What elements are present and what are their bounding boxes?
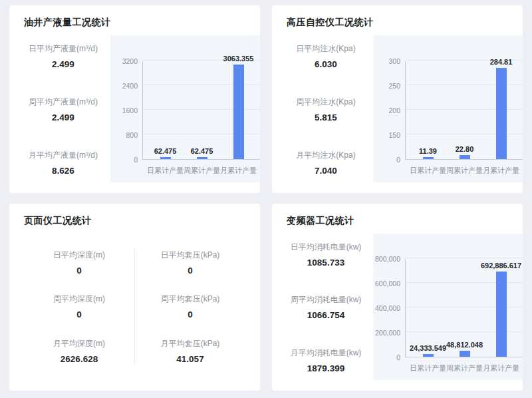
bar: [197, 157, 207, 159]
stats-column-casing-pressure: 日平均套压(kPa) 0 周平均套压(kPa) 0 月平均套压(kPa) 41.…: [135, 244, 245, 369]
bar: [460, 155, 470, 159]
bar-value-label: 692,886.617: [481, 262, 521, 270]
stat-value: 5.815: [287, 112, 365, 122]
stat-monthly-avg-injection: 月平均注水(Kpa) 7.040: [287, 150, 365, 176]
plot-area: 62.47562.4753063.355: [142, 61, 260, 160]
x-axis-category-label: 周累计产量: [446, 363, 483, 373]
stat-value: 2.499: [24, 112, 102, 122]
bar-cell: 48,812.048: [446, 259, 483, 357]
y-axis: 0800160024003200: [116, 61, 142, 160]
y-axis-tick-label: 3200: [122, 58, 138, 65]
stat-label: 周平均深度(m): [53, 294, 105, 305]
x-axis-category-label: 月累计产量: [483, 363, 519, 373]
panel-inverter: 变频器工况统计 日平均消耗电量(kw) 1085.733 周平均消耗电量(kw)…: [272, 204, 523, 391]
gridline: [406, 258, 523, 258]
stat-daily-avg-liquid: 日平均产液量(m³/d) 2.499: [24, 43, 102, 69]
bar-value-label: 3063.355: [223, 55, 254, 63]
x-axis-category-label: 月累计产量: [483, 166, 519, 176]
stat-label: 周平均产液量(m³/d): [24, 97, 102, 108]
stat-value: 0: [53, 266, 105, 276]
bar-cell: 3063.355: [220, 61, 257, 159]
stat-label: 日平均消耗电量(kw): [287, 242, 365, 253]
bar-value-label: 11.39: [419, 147, 437, 155]
bar-wrap: 284.81: [496, 68, 507, 159]
stat-value: 6.030: [287, 59, 365, 69]
stat-value: 2.499: [24, 59, 102, 69]
bar-wrap: 48,812.048: [460, 351, 470, 357]
bar-cell: 62.475: [147, 61, 184, 159]
plot-area-wrap: 62.47562.4753063.355日累计产量周累计产量月累计产量: [142, 61, 260, 176]
bar-wrap: 11.39: [423, 157, 434, 159]
plot-area-wrap: 24,333.54948,812.048692,886.617日累计产量周累计产…: [405, 259, 523, 373]
stat-label: 周平均套压(kPa): [161, 294, 220, 305]
y-axis-tick-label: 250: [388, 83, 400, 89]
stat-label: 月平均深度(m): [53, 338, 105, 349]
bar: [423, 157, 434, 159]
y-axis-tick-label: 800: [126, 132, 138, 138]
bar: [233, 65, 244, 159]
x-axis-category-label: 日累计产量: [410, 363, 446, 373]
stat-value: 1085.733: [287, 258, 365, 268]
panel-page-meter: 页面仪工况统计 日平均深度(m) 0 周平均深度(m) 0 月平均深度(m) 2…: [9, 204, 260, 391]
panel-content: 日平均注水(Kpa) 6.030 周平均注水(Kpa) 5.815 月平均注水(…: [287, 35, 508, 182]
stat-label: 月平均消耗电量(kw): [287, 347, 365, 359]
stat-daily-avg-depth: 日平均深度(m) 0: [53, 250, 105, 276]
bar-cell: 11.39: [410, 61, 446, 159]
bar-chart-oil: 080016002400320062.47562.4753063.355日累计产…: [116, 61, 260, 176]
stat-weekly-avg-liquid: 周平均产液量(m³/d) 2.499: [24, 97, 102, 122]
panel-title: 高压自控仪工况统计: [287, 17, 508, 29]
y-axis: 0200,000400,000600,000800,000: [378, 259, 405, 357]
y-axis-tick-label: 150: [388, 132, 400, 138]
y-axis-tick-label: 0: [134, 156, 138, 163]
stat-value: 1066.754: [287, 310, 365, 320]
bar-cell: 62.475: [184, 61, 220, 159]
panel-content: 日平均产液量(m³/d) 2.499 周平均产液量(m³/d) 2.499 月平…: [24, 35, 245, 182]
stat-label: 周平均消耗电量(kw): [287, 294, 365, 305]
bar-wrap: 24,333.549: [423, 354, 434, 357]
y-axis-tick-label: 200,000: [375, 329, 400, 336]
stat-value: 8.626: [24, 166, 102, 176]
bar-wrap: 692,886.617: [496, 272, 507, 357]
stat-value: 2626.628: [53, 354, 105, 364]
panel-title: 变频器工况统计: [287, 215, 508, 227]
y-axis-tick-label: 2400: [122, 83, 138, 89]
bar: [496, 272, 507, 357]
stat-value: 41.057: [161, 354, 220, 364]
panel-content: 日平均深度(m) 0 周平均深度(m) 0 月平均深度(m) 2626.628 …: [24, 235, 245, 381]
y-axis-tick-label: 1600: [122, 107, 138, 114]
stat-weekly-avg-injection: 周平均注水(Kpa) 5.815: [287, 97, 365, 122]
stat-daily-avg-power: 日平均消耗电量(kw) 1085.733: [287, 242, 365, 268]
stat-label: 月平均产液量(m³/d): [24, 150, 102, 161]
x-axis: 日累计产量周累计产量月累计产量: [406, 357, 523, 373]
stat-label: 日平均注水(Kpa): [287, 43, 365, 55]
y-axis-tick-label: 400,000: [375, 305, 400, 311]
chart-box-inverter: 0200,000400,000600,000800,00024,333.5494…: [373, 234, 523, 381]
stats-column: 日平均产液量(m³/d) 2.499 周平均产液量(m³/d) 2.499 月平…: [24, 35, 102, 182]
plot-area: 11.3922.80284.81: [405, 61, 523, 160]
bar-chart-inverter: 0200,000400,000600,000800,00024,333.5494…: [378, 259, 523, 373]
stat-monthly-avg-liquid: 月平均产液量(m³/d) 8.626: [24, 150, 102, 176]
bar: [496, 68, 507, 159]
bar-value-label: 62.475: [154, 147, 177, 155]
stat-weekly-avg-casing-pressure: 周平均套压(kPa) 0: [161, 294, 220, 319]
x-axis: 日累计产量周累计产量月累计产量: [143, 160, 260, 176]
stats-column-depth: 日平均深度(m) 0 周平均深度(m) 0 月平均深度(m) 2626.628: [24, 244, 134, 369]
bar-value-label: 62.475: [191, 147, 213, 155]
stat-monthly-avg-depth: 月平均深度(m) 2626.628: [53, 338, 105, 364]
panel-content: 日平均消耗电量(kw) 1085.733 周平均消耗电量(kw) 1066.75…: [287, 234, 508, 381]
bar: [160, 157, 171, 159]
panel-high-pressure: 高压自控仪工况统计 日平均注水(Kpa) 6.030 周平均注水(Kpa) 5.…: [272, 5, 523, 193]
bar-wrap: 3063.355: [233, 65, 244, 159]
stat-label: 月平均注水(Kpa): [287, 150, 365, 161]
x-axis: 日累计产量周累计产量月累计产量: [406, 160, 523, 176]
bar-chart-high-pressure: 015020025030011.3922.80284.81日累计产量周累计产量月…: [378, 61, 523, 176]
y-axis-tick-label: 600,000: [375, 280, 400, 287]
x-axis-category-label: 日累计产量: [410, 166, 446, 176]
panel-title: 页面仪工况统计: [24, 215, 245, 227]
stat-label: 日平均产液量(m³/d): [24, 43, 102, 55]
bar: [460, 351, 470, 357]
y-axis-tick-label: 300: [388, 58, 400, 65]
stat-label: 月平均套压(kPa): [161, 338, 220, 349]
stat-weekly-avg-depth: 周平均深度(m) 0: [53, 294, 105, 319]
y-axis-tick-label: 800,000: [375, 256, 400, 262]
